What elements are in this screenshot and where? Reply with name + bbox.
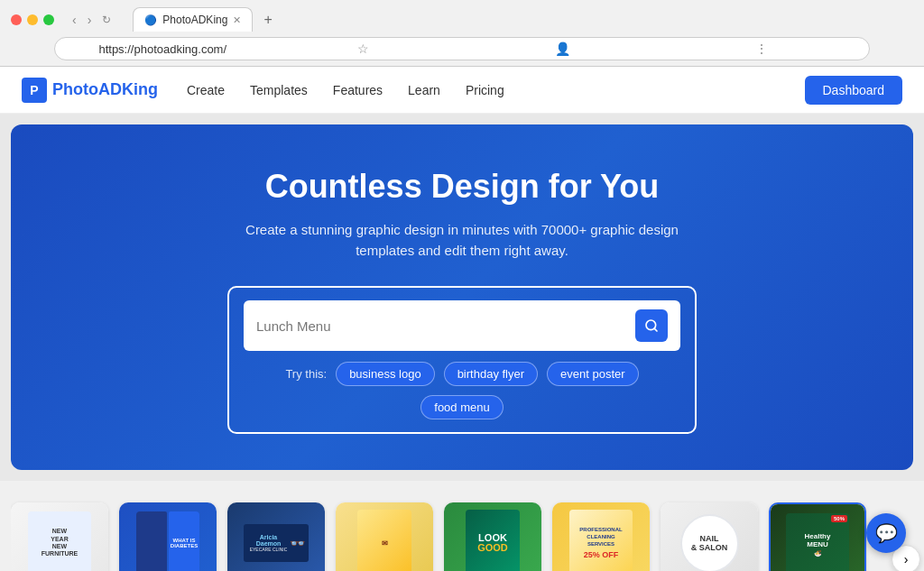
template-card-image-logo: NAIL& SALON: [661, 502, 758, 571]
template-card-poster[interactable]: LOOK GOOD Poster: [444, 502, 541, 571]
search-input-row: [244, 300, 680, 351]
site-logo[interactable]: P PhotoADKing: [22, 78, 158, 103]
template-card-brochure[interactable]: WHAT IS DIABETES Brochure: [119, 502, 217, 571]
hero-title: Countless Design for You: [32, 168, 892, 206]
template-card-image-brochure: WHAT IS DIABETES: [119, 502, 217, 571]
tab-title: PhotoADKing: [162, 14, 227, 26]
hero-subtitle: Create a stunning graphic design in minu…: [227, 220, 697, 261]
template-card-image-poster: LOOK GOOD: [444, 502, 541, 571]
search-input[interactable]: [256, 318, 635, 334]
new-tab-button[interactable]: +: [256, 8, 279, 32]
svg-line-1: [654, 328, 657, 331]
back-button[interactable]: ‹: [69, 11, 80, 29]
template-card-productad[interactable]: PROFESSIONALCLEANINGSERVICES 25% OFF Pro…: [552, 502, 650, 571]
nav-templates[interactable]: Templates: [250, 83, 308, 97]
search-button[interactable]: [635, 309, 668, 342]
traffic-lights: [11, 14, 54, 25]
bookmark-icon[interactable]: ☆: [267, 41, 461, 56]
active-tab[interactable]: 🔵 PhotoADKing ✕: [133, 7, 253, 32]
chip-event-poster[interactable]: event poster: [547, 362, 639, 386]
template-card-instagram[interactable]: 50% HealthyMENU 🍜 Instagram Post 1080 x …: [769, 502, 866, 571]
refresh-button[interactable]: ↻: [98, 12, 115, 28]
nav-links: Create Templates Features Learn Pricing: [187, 83, 805, 97]
try-this-row: Try this: business logo birthday flyer e…: [244, 362, 680, 419]
templates-scroll: NEWYEARNEWFURNITURE Flyer WHAT IS DIABET…: [11, 499, 913, 571]
template-card-image-instagram: 50% HealthyMENU 🍜: [771, 504, 864, 571]
forward-button[interactable]: ›: [84, 11, 96, 29]
nav-pricing[interactable]: Pricing: [466, 83, 504, 97]
chip-business-logo[interactable]: business logo: [336, 362, 435, 386]
site-nav: P PhotoADKing Create Templates Features …: [0, 67, 924, 114]
try-label: Try this:: [285, 367, 327, 381]
profile-icon[interactable]: 👤: [466, 41, 660, 56]
tab-close-button[interactable]: ✕: [233, 14, 241, 26]
template-card-image-bizcard: Aricia Daemon EYECARE CLINIC 👓: [227, 502, 325, 571]
logo-text: PhotoADKing: [52, 80, 158, 99]
minimize-traffic-light[interactable]: [27, 14, 38, 25]
browser-menu-icon[interactable]: ⋮: [665, 41, 859, 56]
browser-nav: ‹ › ↻: [69, 11, 115, 29]
nav-learn[interactable]: Learn: [408, 83, 440, 97]
template-card-bizcard[interactable]: Aricia Daemon EYECARE CLINIC 👓 Business …: [227, 502, 325, 571]
maximize-traffic-light[interactable]: [43, 14, 54, 25]
dashboard-button[interactable]: Dashboard: [805, 76, 903, 105]
tab-bar: 🔵 PhotoADKing ✕ +: [122, 7, 913, 32]
nav-create[interactable]: Create: [187, 83, 225, 97]
close-traffic-light[interactable]: [11, 14, 22, 25]
tab-favicon: 🔵: [144, 14, 157, 26]
chat-button[interactable]: 💬: [866, 513, 906, 553]
template-card-invitation[interactable]: ✉ Invitation: [336, 502, 433, 571]
template-card-image-invitation: ✉: [336, 502, 433, 571]
template-card-image-flyer: NEWYEARNEWFURNITURE: [11, 502, 108, 571]
template-card-image-productad: PROFESSIONALCLEANINGSERVICES 25% OFF: [552, 502, 650, 571]
chip-food-menu[interactable]: food menu: [420, 395, 503, 419]
url-text: https://photoadking.com/: [66, 42, 260, 56]
chip-birthday-flyer[interactable]: birthday flyer: [444, 362, 538, 386]
logo-icon: P: [22, 78, 47, 103]
address-bar[interactable]: https://photoadking.com/ ☆ 👤 ⋮: [54, 37, 870, 60]
chat-icon: 💬: [875, 522, 898, 544]
template-card-logo[interactable]: NAIL& SALON Logo: [661, 502, 758, 571]
browser-chrome: ‹ › ↻ 🔵 PhotoADKing ✕ + https://photoadk…: [0, 0, 924, 67]
templates-section: NEWYEARNEWFURNITURE Flyer WHAT IS DIABET…: [0, 481, 924, 571]
hero-section: Countless Design for You Create a stunni…: [11, 124, 913, 470]
browser-titlebar: ‹ › ↻ 🔵 PhotoADKing ✕ +: [0, 0, 924, 37]
search-box-wrapper: Try this: business logo birthday flyer e…: [227, 286, 697, 434]
nav-features[interactable]: Features: [333, 83, 383, 97]
template-card-flyer[interactable]: NEWYEARNEWFURNITURE Flyer: [11, 502, 108, 571]
